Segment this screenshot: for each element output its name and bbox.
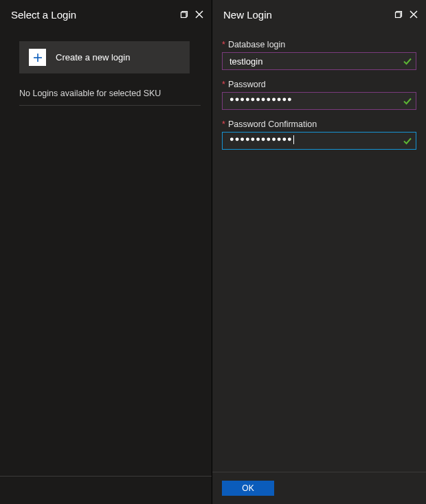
checkmark-icon <box>403 136 412 146</box>
password-confirm-label: *Password Confirmation <box>222 119 416 129</box>
new-login-panel: New Login *Database login <box>212 0 426 504</box>
new-login-form: *Database login *Password ●●●●●●●●●●●● <box>212 27 426 472</box>
new-login-title: New Login <box>223 9 272 21</box>
database-login-input[interactable] <box>222 52 416 70</box>
select-login-panel: Select a Login Create a new l <box>0 0 212 504</box>
left-panel-divider <box>0 476 212 477</box>
checkmark-icon <box>403 56 412 66</box>
close-icon[interactable] <box>410 10 418 19</box>
select-login-title: Select a Login <box>11 9 76 21</box>
create-new-login-label: Create a new login <box>56 52 130 62</box>
checkmark-icon <box>403 96 412 106</box>
password-input[interactable]: ●●●●●●●●●●●● <box>222 92 416 110</box>
plus-icon <box>29 49 46 66</box>
new-login-footer: OK <box>212 472 426 504</box>
required-star-icon: * <box>222 40 225 49</box>
panel-header-left: Select a Login <box>0 0 212 27</box>
restore-icon[interactable] <box>394 10 403 19</box>
password-input-wrap: ●●●●●●●●●●●● <box>222 92 416 110</box>
ok-button[interactable]: OK <box>222 481 274 496</box>
svg-rect-5 <box>396 12 401 18</box>
required-star-icon: * <box>222 80 225 89</box>
password-confirm-input[interactable]: ●●●●●●●●●●●● <box>222 132 416 150</box>
header-icons-left <box>180 10 203 19</box>
header-icons-right <box>394 10 418 19</box>
close-icon[interactable] <box>195 10 203 19</box>
password-confirm-group: *Password Confirmation ●●●●●●●●●●●● <box>222 119 416 150</box>
create-new-login-button[interactable]: Create a new login <box>19 41 190 73</box>
password-label: *Password <box>222 80 416 89</box>
password-group: *Password ●●●●●●●●●●●● <box>222 80 416 110</box>
database-login-input-wrap <box>222 52 416 70</box>
no-logins-message: No Logins available for selected SKU <box>19 89 201 106</box>
database-login-group: *Database login <box>222 40 416 70</box>
required-star-icon: * <box>222 119 225 129</box>
password-confirm-input-wrap: ●●●●●●●●●●●● <box>222 132 416 150</box>
text-cursor <box>293 135 294 144</box>
database-login-label: *Database login <box>222 40 416 49</box>
restore-icon[interactable] <box>180 10 188 19</box>
panel-header-right: New Login <box>212 0 426 27</box>
svg-rect-0 <box>181 12 187 18</box>
